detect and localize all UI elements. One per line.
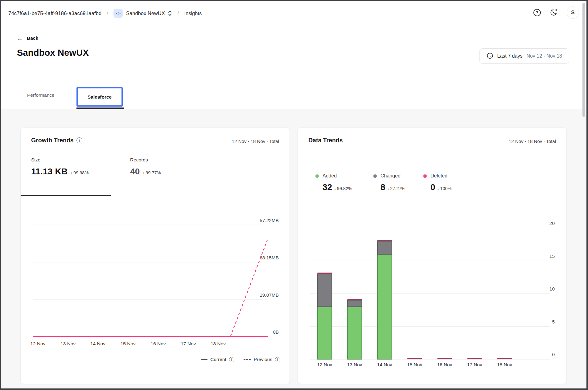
breadcrumb-current-page: Insights (184, 10, 202, 16)
growth-trends-card: Growth Trends i 12 Nov - 18 Nov · Total … (20, 127, 290, 384)
svg-text:15: 15 (549, 254, 555, 259)
svg-text:18 Nov: 18 Nov (497, 362, 512, 367)
svg-text:20: 20 (549, 221, 555, 226)
svg-text:57.22MB: 57.22MB (260, 218, 279, 223)
code-badge-icon: <> (113, 9, 123, 18)
legend-current: Current i (201, 357, 234, 362)
svg-text:18 Nov: 18 Nov (211, 341, 226, 346)
data-trends-chart: 0510152012 Nov13 Nov14 Nov15 Nov16 Nov17… (298, 128, 566, 384)
back-arrow-icon: ← (17, 35, 23, 41)
svg-text:38.15MB: 38.15MB (260, 255, 279, 260)
app-window: 74c7f6a1-be75-4aff-9186-a3ac691aafbd / <… (0, 0, 588, 390)
breadcrumb-separator: / (178, 10, 179, 16)
svg-text:12 Nov: 12 Nov (317, 362, 332, 367)
back-label: Back (27, 35, 38, 41)
help-icon: ? (533, 9, 541, 16)
header: 74c7f6a1-be75-4aff-9186-a3ac691aafbd / <… (1, 1, 586, 109)
svg-text:14 Nov: 14 Nov (377, 362, 392, 367)
page: 74c7f6a1-be75-4aff-9186-a3ac691aafbd / <… (1, 1, 586, 388)
help-button[interactable]: ? (533, 9, 541, 16)
date-preset-label: Last 7 days (497, 53, 523, 59)
svg-text:16 Nov: 16 Nov (437, 362, 452, 367)
user-avatar[interactable]: S (567, 6, 579, 19)
breadcrumb-separator: / (107, 10, 108, 16)
svg-text:17 Nov: 17 Nov (467, 362, 482, 367)
breadcrumb-org-id[interactable]: 74c7f6a1-be75-4aff-9186-a3ac691aafbd (8, 10, 101, 16)
svg-text:14 Nov: 14 Nov (90, 341, 105, 346)
svg-text:0B: 0B (273, 329, 279, 335)
theme-toggle-button[interactable] (549, 8, 558, 18)
svg-text:5: 5 (552, 319, 555, 324)
svg-text:13 Nov: 13 Nov (60, 341, 76, 346)
scrollbar-thumb[interactable] (582, 3, 585, 117)
legend-previous: Previous i (244, 357, 280, 362)
svg-text:15 Nov: 15 Nov (121, 341, 136, 346)
svg-text:17 Nov: 17 Nov (181, 341, 196, 346)
tab-performance[interactable]: Performance (27, 92, 55, 98)
back-button[interactable]: ← Back (17, 35, 38, 41)
dashed-line-swatch (244, 359, 251, 360)
svg-text:15 Nov: 15 Nov (407, 362, 422, 367)
svg-text:12 Nov: 12 Nov (30, 341, 45, 346)
topbar-actions: ? S (533, 1, 579, 24)
active-tab-underline (76, 108, 124, 109)
clock-icon (487, 52, 493, 60)
growth-trends-chart: 57.22MB38.15MB19.07MB0B12 Nov13 Nov14 No… (21, 128, 290, 384)
breadcrumb: 74c7f6a1-be75-4aff-9186-a3ac691aafbd / <… (8, 8, 202, 19)
tab-salesforce[interactable]: Salesforce (76, 87, 123, 107)
svg-text:16 Nov: 16 Nov (150, 341, 166, 346)
avatar-initial: S (567, 6, 579, 19)
growth-chart-legend: Current i Previous i (201, 357, 280, 362)
moon-icon (549, 8, 558, 18)
chevron-updown-icon[interactable] (167, 9, 172, 17)
page-title: Sandbox NewUX (17, 48, 89, 58)
svg-text:13 Nov: 13 Nov (347, 362, 362, 367)
info-icon[interactable]: i (275, 357, 280, 362)
svg-text:10: 10 (549, 286, 555, 291)
date-range-button[interactable]: Last 7 days Nov 12 - Nov 18 (479, 48, 569, 64)
svg-text:0: 0 (552, 352, 555, 357)
data-trends-card: Data Trends 12 Nov - 18 Nov · Total Adde… (298, 127, 567, 384)
breadcrumb-project-selector[interactable]: Sandbox NewUX (126, 10, 165, 16)
svg-text:19.07MB: 19.07MB (260, 292, 279, 298)
solid-line-swatch (201, 359, 208, 360)
date-range-label: Nov 12 - Nov 18 (526, 53, 562, 59)
info-icon[interactable]: i (229, 357, 234, 362)
